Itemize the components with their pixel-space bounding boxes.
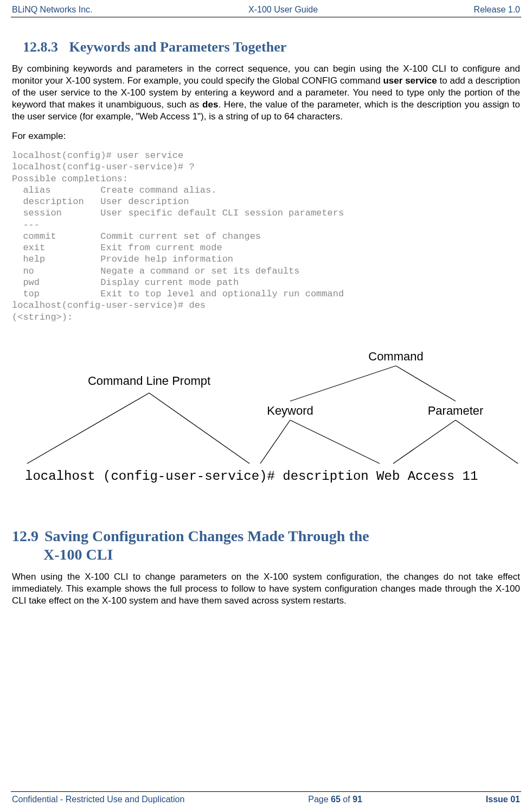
diagram-line bbox=[456, 420, 518, 464]
page-number-current: 65 bbox=[331, 795, 341, 804]
section-12-8-3-p2: For example: bbox=[12, 130, 520, 142]
text-run: Page bbox=[308, 795, 331, 804]
footer-left: Confidential - Restricted Use and Duplic… bbox=[12, 794, 184, 805]
label-command-line-prompt: Command Line Prompt bbox=[88, 374, 210, 388]
section-title: Keywords and Parameters Together bbox=[69, 39, 287, 55]
header-right: Release 1.0 bbox=[474, 4, 520, 16]
section-12-8-3-p1: By combining keywords and parameters in … bbox=[12, 63, 520, 123]
section-12-9-heading: 12.9Saving Configuration Changes Made Th… bbox=[12, 527, 521, 563]
diagram-line bbox=[27, 393, 149, 464]
header-rule bbox=[11, 17, 521, 17]
label-parameter: Parameter bbox=[428, 404, 484, 417]
section-12-9-p1: When using the X-100 CLI to change param… bbox=[12, 571, 520, 607]
diagram-line bbox=[290, 420, 380, 464]
diagram-cli-text: localhost (config-user-service)# descrip… bbox=[25, 469, 478, 484]
section-number: 12.9 bbox=[12, 527, 44, 545]
diagram-line bbox=[396, 366, 456, 401]
diagram-line bbox=[260, 420, 290, 464]
section-number: 12.8.3 bbox=[23, 39, 58, 55]
diagram-line bbox=[393, 420, 456, 464]
cli-output-block: localhost(config)# user service localhos… bbox=[12, 150, 521, 323]
label-command: Command bbox=[368, 350, 423, 363]
diagram-line bbox=[290, 366, 396, 401]
page-footer: Confidential - Restricted Use and Duplic… bbox=[11, 791, 521, 805]
footer-right: Issue 01 bbox=[486, 794, 520, 805]
section-title-line1: Saving Configuration Changes Made Throug… bbox=[44, 528, 369, 544]
command-structure-diagram: Command Line Prompt Command Keyword Para… bbox=[11, 341, 521, 499]
text-run: of bbox=[341, 795, 352, 804]
header-left: BLiNQ Networks Inc. bbox=[12, 4, 92, 16]
text-bold: user service bbox=[383, 75, 437, 86]
header-center: X-100 User Guide bbox=[248, 4, 318, 16]
page-number-total: 91 bbox=[352, 795, 362, 804]
page-header: BLiNQ Networks Inc. X-100 User Guide Rel… bbox=[11, 0, 521, 17]
label-keyword: Keyword bbox=[267, 404, 313, 417]
diagram-line bbox=[149, 393, 249, 464]
footer-center: Page 65 of 91 bbox=[308, 794, 362, 805]
section-title-line2: X-100 CLI bbox=[43, 546, 113, 563]
section-12-8-3-heading: 12.8.3 Keywords and Parameters Together bbox=[23, 38, 521, 56]
text-bold: des bbox=[202, 99, 218, 110]
